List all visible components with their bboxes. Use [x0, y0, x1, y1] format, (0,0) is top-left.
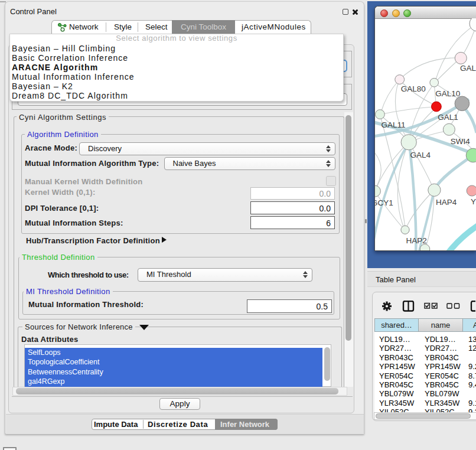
svg-text:GAL10: GAL10: [435, 89, 460, 98]
svg-text:GAL7: GAL7: [460, 64, 476, 73]
svg-text:GAL11: GAL11: [382, 120, 406, 129]
svg-text:HAP4: HAP4: [436, 198, 457, 207]
svg-text:GCY1: GCY1: [375, 198, 393, 207]
svg-text:Y: Y: [471, 197, 476, 206]
svg-text:HAP2: HAP2: [406, 236, 427, 245]
svg-text:GAL4: GAL4: [410, 151, 431, 159]
svg-text:GAL80: GAL80: [401, 84, 426, 93]
svg-text:GAL1: GAL1: [438, 113, 458, 122]
svg-text:SWI4: SWI4: [451, 137, 470, 146]
